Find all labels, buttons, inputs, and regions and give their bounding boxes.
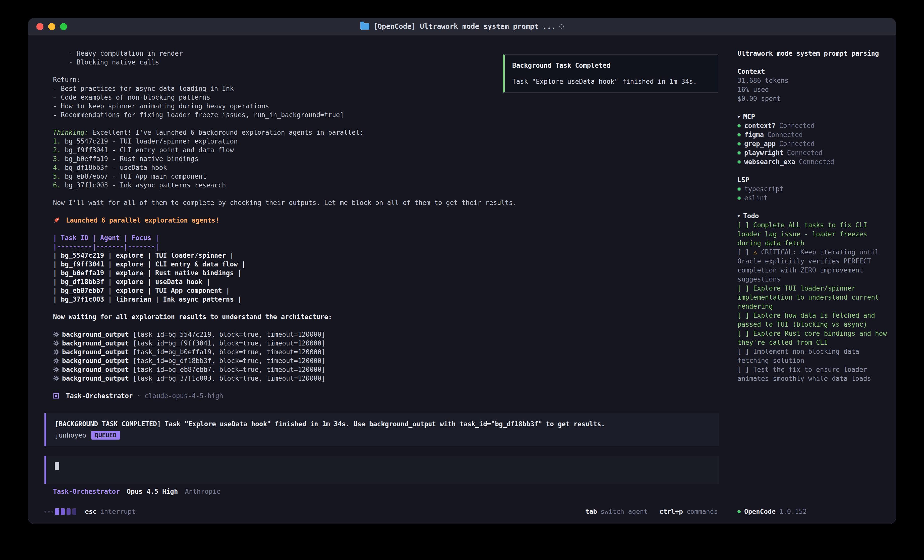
titlebar: [OpenCode] Ultrawork mode system prompt …	[28, 18, 896, 35]
spinner-dot-icon	[45, 511, 46, 512]
mcp-server-status: Connected	[779, 121, 814, 130]
todo-section-header[interactable]: ▼ Todo	[738, 211, 887, 220]
todo-item: [ ] Implement non-blocking data fetching…	[738, 347, 887, 365]
mcp-list: context7ConnectedfigmaConnectedgrep_appC…	[738, 121, 887, 166]
terminal-text: · claude-opus-4-5-high	[133, 392, 223, 400]
terminal-line: background_output [task_id=bg_37f1c003, …	[28, 374, 729, 383]
terminal-text: Now I'll wait for all of them to complet…	[53, 199, 517, 207]
terminal-line: Now I'll wait for all of them to complet…	[28, 198, 729, 207]
connected-dot-icon	[738, 160, 741, 163]
lsp-server-name: eslint	[744, 193, 768, 202]
terminal-line: | bg_37f1c003 | librarian | Ink async pa…	[28, 295, 729, 304]
author-name: junhoyeo	[55, 431, 86, 439]
terminal-text: background_output	[62, 366, 133, 373]
close-button[interactable]	[36, 23, 44, 30]
todo-item: [ ] Explore TUI loader/spinner implement…	[738, 284, 887, 311]
prompt-input[interactable]	[45, 456, 719, 484]
todo-list: [ ] Complete ALL tasks to fix CLI loader…	[738, 220, 887, 383]
sidebar-content: Ultrawork mode system prompt parsing Con…	[729, 49, 896, 503]
text-cursor	[55, 462, 59, 470]
todo-item: [ ] Explore Rust core bindings and how t…	[738, 329, 887, 347]
connected-dot-icon	[738, 196, 741, 200]
context-tokens: 31,686 tokens	[738, 76, 887, 85]
todo-checkbox: [ ]	[738, 348, 753, 355]
terminal-text: [task_id=bg_37f1c003, block=true, timeou…	[133, 374, 326, 382]
terminal-line: background_output [task_id=bg_eb87ebb7, …	[28, 365, 729, 374]
key-hint: escinterrupt	[85, 508, 136, 515]
todo-checkbox: [ ]	[738, 249, 753, 256]
todo-item: [ ] Explore how data is fetched and pass…	[738, 311, 887, 329]
zoom-button[interactable]	[60, 23, 67, 30]
minimize-button[interactable]	[48, 23, 55, 30]
terminal-line: - Recommendations for fixing loader free…	[28, 111, 729, 119]
model-name: Opus 4.5 High	[127, 488, 178, 495]
terminal-text: - Code examples of non-blocking patterns	[53, 94, 210, 101]
terminal-text: | bg_37f1c003 | librarian | Ink async pa…	[53, 295, 242, 303]
terminal-line	[28, 189, 729, 198]
gear-icon	[53, 358, 62, 364]
todo-checkbox: [ ]	[738, 311, 753, 319]
terminal-line: 5. bg_eb87ebb7 - TUI App main component	[28, 172, 729, 181]
terminal-line: 4. bg_df18bb3f - useData hook	[28, 163, 729, 172]
todo-checkbox: [ ]	[738, 366, 753, 373]
terminal-text: - Blocking native calls	[53, 58, 159, 66]
terminal-text: 4.	[53, 164, 65, 171]
terminal-text: Task-Orchestrator	[62, 392, 133, 400]
background-task-notification: Background Task Completed Task "Explore …	[503, 54, 718, 93]
terminal-text: [task_id=bg_eb87ebb7, block=true, timeou…	[133, 366, 326, 373]
spinner-block-icon	[72, 508, 76, 515]
mcp-server-name: figma	[744, 130, 764, 139]
terminal-line	[28, 304, 729, 312]
terminal-text: 3.	[53, 155, 65, 163]
todo-item: [ ] Complete ALL tasks to fix CLI loader…	[738, 220, 887, 248]
terminal-text: bg_df18bb3f - useData hook	[65, 164, 167, 171]
terminal-line: |---------|-------|-------|	[28, 242, 729, 251]
lsp-list: typescripteslint	[738, 184, 887, 202]
background-task-message: [BACKGROUND TASK COMPLETED] Task "Explor…	[55, 420, 710, 428]
terminal-line: background_output [task_id=bg_f9ff3041, …	[28, 339, 729, 347]
lsp-heading: LSP	[738, 175, 887, 184]
mcp-server-status: Connected	[799, 157, 834, 166]
mcp-server-item: grep_appConnected	[738, 139, 887, 148]
background-task-message-panel: [BACKGROUND TASK COMPLETED] Task "Explor…	[45, 413, 719, 446]
mcp-server-item: websearch_exaConnected	[738, 157, 887, 166]
terminal-line	[28, 383, 729, 391]
terminal-line: background_output [task_id=bg_5547c219, …	[28, 330, 729, 339]
rocket-icon	[53, 217, 62, 224]
key-label: switch agent	[601, 508, 648, 515]
agent-name: Task-Orchestrator	[53, 488, 120, 495]
connected-dot-icon	[738, 124, 741, 127]
lsp-server-item: typescript	[738, 184, 887, 193]
terminal-text: | bg_5547c219 | explore | TUI loader/spi…	[53, 252, 234, 259]
terminal-text: Return:	[53, 76, 81, 84]
spinner-dot-icon	[48, 511, 50, 512]
terminal-text: background_output	[62, 340, 133, 347]
terminal-text: [task_id=bg_b0effa19, block=true, timeou…	[133, 348, 326, 356]
statusbar-right-hints: tabswitch agentctrl+pcommands	[585, 508, 718, 515]
todo-heading: Todo	[743, 211, 759, 220]
mcp-server-status: Connected	[779, 139, 814, 148]
notification-title: Background Task Completed	[512, 62, 710, 69]
terminal-text: bg_f9ff3041 - CLI entry point and data f…	[65, 146, 234, 154]
warning-icon: ⚠	[753, 249, 761, 256]
key-name: tab	[585, 508, 597, 515]
gear-icon	[53, 366, 62, 373]
connected-dot-icon	[738, 133, 741, 136]
terminal-text: | bg_b0effa19 | explore | Rust native bi…	[53, 269, 242, 277]
key-hint: tabswitch agent	[585, 508, 648, 515]
key-hint: ctrl+pcommands	[659, 508, 718, 515]
terminal-text: | Task ID | Agent | Focus |	[53, 234, 159, 242]
terminal-text: Thinking:	[53, 129, 88, 136]
terminal-text: | bg_eb87ebb7 | explore | TUI App compon…	[53, 287, 230, 294]
app-version: 1.0.152	[779, 507, 807, 516]
mcp-server-item: figmaConnected	[738, 130, 887, 139]
context-spent: $0.00 spent	[738, 94, 887, 103]
terminal-main: - Heavy computation in render - Blocking…	[28, 35, 729, 524]
terminal-text: [task_id=bg_f9ff3041, block=true, timeou…	[133, 340, 326, 347]
connected-dot-icon	[738, 142, 741, 145]
mcp-section-header[interactable]: ▼ MCP	[738, 112, 887, 121]
key-label: commands	[687, 508, 718, 515]
mcp-heading: MCP	[743, 112, 755, 121]
sidebar-footer: OpenCode 1.0.152	[729, 503, 896, 524]
terminal-text: bg_eb87ebb7 - TUI App main component	[65, 173, 206, 180]
